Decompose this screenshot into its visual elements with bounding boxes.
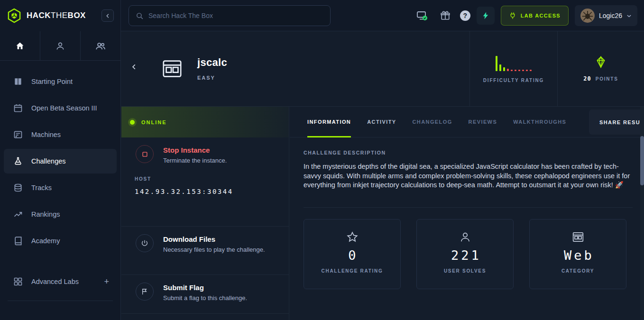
- machine-status-icon[interactable]: [414, 7, 431, 24]
- topbar: HACKTHEBOX ?: [0, 0, 644, 31]
- sidebar-quick-icons: [0, 31, 120, 61]
- brand-hack: HACK: [27, 11, 51, 20]
- tabs-row: INFORMATION ACTIVITY CHANGELOG REVIEWS W…: [290, 107, 644, 137]
- flask-icon: [13, 156, 23, 166]
- challenge-title-block: jscalc EASY: [197, 56, 227, 81]
- difficulty-bar: [507, 69, 509, 71]
- difficulty-rating-label: DIFFICULTY RATING: [483, 78, 544, 83]
- rankings-icon: [13, 210, 23, 219]
- machines-icon: [13, 130, 23, 139]
- difficulty-rating-cell: DIFFICULTY RATING: [469, 31, 557, 106]
- book-icon: [13, 77, 23, 86]
- sidebar-item-advanced-labs[interactable]: Advanced Labs +: [4, 269, 117, 294]
- sidebar: Starting Point Open Beta Season III Mach…: [0, 31, 121, 320]
- tab-information[interactable]: INFORMATION: [307, 107, 351, 137]
- difficulty-bar: [522, 70, 524, 71]
- difficulty-bar: [515, 70, 516, 71]
- stop-instance-row[interactable]: Stop Instance Terminate the instance.: [121, 137, 289, 164]
- difficulty-bar: [518, 70, 520, 71]
- points-cell: 20 POINTS: [557, 31, 644, 106]
- category-card: Web CATEGORY: [529, 219, 626, 289]
- stop-icon[interactable]: [136, 145, 154, 163]
- points-row: 20 POINTS: [583, 75, 618, 82]
- sidebar-item-label: Advanced Labs: [31, 278, 79, 285]
- tab-activity[interactable]: ACTIVITY: [367, 107, 396, 137]
- difficulty-bar: [530, 70, 532, 71]
- submit-flag-row[interactable]: Submit Flag Submit a flag to this challe…: [121, 275, 289, 302]
- host-value[interactable]: 142.93.32.153:30344: [135, 188, 289, 195]
- lab-access-button[interactable]: LAB ACCESS: [501, 6, 569, 26]
- challenge-content: INFORMATION ACTIVITY CHANGELOG REVIEWS W…: [290, 107, 644, 320]
- sidebar-collapse-button[interactable]: [101, 9, 114, 22]
- host-label: HOST: [135, 176, 289, 182]
- sidebar-item-label: Open Beta Season III: [31, 104, 97, 112]
- stop-instance-section: Stop Instance Terminate the instance. HO…: [121, 137, 289, 227]
- expand-plus-icon[interactable]: +: [104, 277, 112, 287]
- help-icon[interactable]: ?: [460, 10, 470, 21]
- download-files-title[interactable]: Download Files: [163, 234, 265, 243]
- scrollbar-thumb[interactable]: [640, 136, 644, 185]
- team-icon[interactable]: [81, 31, 120, 60]
- star-icon: [346, 231, 359, 243]
- download-files-subtitle: Necessary files to play the challenge.: [163, 246, 265, 253]
- tracks-icon: [13, 183, 23, 192]
- brand-wordmark[interactable]: HACKTHEBOX: [27, 11, 86, 20]
- sidebar-item-starting-point[interactable]: Starting Point: [4, 69, 117, 94]
- category-value: Web: [561, 248, 594, 263]
- stop-instance-subtitle: Terminate the instance.: [163, 157, 227, 164]
- avatar: [580, 9, 595, 23]
- challenge-difficulty: EASY: [197, 75, 227, 81]
- tab-walkthroughs[interactable]: WALKTHROUGHS: [513, 107, 566, 137]
- category-label: CATEGORY: [561, 268, 594, 274]
- logo-area: HACKTHEBOX: [0, 0, 121, 31]
- difficulty-bar: [526, 70, 528, 71]
- user-menu[interactable]: Logic26: [575, 5, 637, 26]
- user-icon: [459, 231, 471, 243]
- challenge-header: jscalc EASY DIFFICULTY RATING 20 POINTS: [121, 31, 644, 107]
- difficulty-bar: [499, 64, 501, 71]
- stat-cards: 0 CHALLENGE RATING 221 USER SOLVES Web C…: [304, 219, 633, 289]
- profile-icon[interactable]: [40, 31, 81, 60]
- difficulty-bar: [496, 56, 497, 71]
- share-results-button[interactable]: SHARE RESULTS: [589, 110, 644, 135]
- username: Logic26: [599, 12, 622, 19]
- sidebar-item-challenges[interactable]: Challenges: [4, 149, 117, 174]
- home-icon[interactable]: [0, 31, 40, 60]
- information-panel: CHALLENGE DESCRIPTION In the mysterious …: [290, 137, 644, 289]
- sidebar-nav: Starting Point Open Beta Season III Mach…: [0, 61, 120, 301]
- instance-status: ONLINE: [141, 119, 167, 125]
- tab-reviews[interactable]: REVIEWS: [469, 107, 497, 137]
- sidebar-item-machines[interactable]: Machines: [4, 122, 117, 147]
- sidebar-item-label: Machines: [31, 131, 61, 138]
- tab-changelog[interactable]: CHANGELOG: [413, 107, 452, 137]
- panel-collapse-chevron-icon[interactable]: [131, 64, 138, 70]
- sidebar-item-rankings[interactable]: Rankings: [4, 202, 117, 227]
- challenge-description-label: CHALLENGE DESCRIPTION: [304, 150, 633, 155]
- search-icon: [136, 12, 144, 20]
- flag-icon[interactable]: [136, 283, 154, 301]
- user-solves-card: 221 USER SOLVES: [416, 219, 514, 289]
- sidebar-item-open-beta-season[interactable]: Open Beta Season III: [4, 96, 117, 120]
- host-block: HOST 142.93.32.153:30344: [121, 164, 289, 195]
- scrollbar-track[interactable]: [640, 107, 644, 320]
- upgrade-bolt-icon[interactable]: [477, 7, 495, 25]
- sidebar-item-academy[interactable]: Academy: [4, 229, 117, 253]
- difficulty-bar: [503, 67, 505, 71]
- chevron-down-icon: [626, 13, 632, 18]
- gem-icon: [594, 55, 607, 69]
- submit-flag-title[interactable]: Submit Flag: [163, 283, 247, 292]
- search-input[interactable]: [148, 12, 323, 19]
- sidebar-item-tracks[interactable]: Tracks: [4, 175, 117, 200]
- download-icon[interactable]: [136, 234, 154, 252]
- stop-instance-title[interactable]: Stop Instance: [163, 145, 227, 154]
- challenge-rating-label: CHALLENGE RATING: [322, 268, 383, 274]
- stop-instance-text: Stop Instance Terminate the instance.: [163, 145, 227, 164]
- sidebar-item-label: Academy: [31, 237, 60, 245]
- brand-the: THE: [51, 11, 68, 20]
- download-files-row[interactable]: Download Files Necessary files to play t…: [121, 227, 289, 253]
- difficulty-chart[interactable]: [496, 55, 532, 71]
- plug-icon: [509, 12, 516, 19]
- academy-icon: [13, 236, 23, 246]
- gift-icon[interactable]: [437, 7, 454, 24]
- htb-logo-icon[interactable]: [7, 8, 22, 23]
